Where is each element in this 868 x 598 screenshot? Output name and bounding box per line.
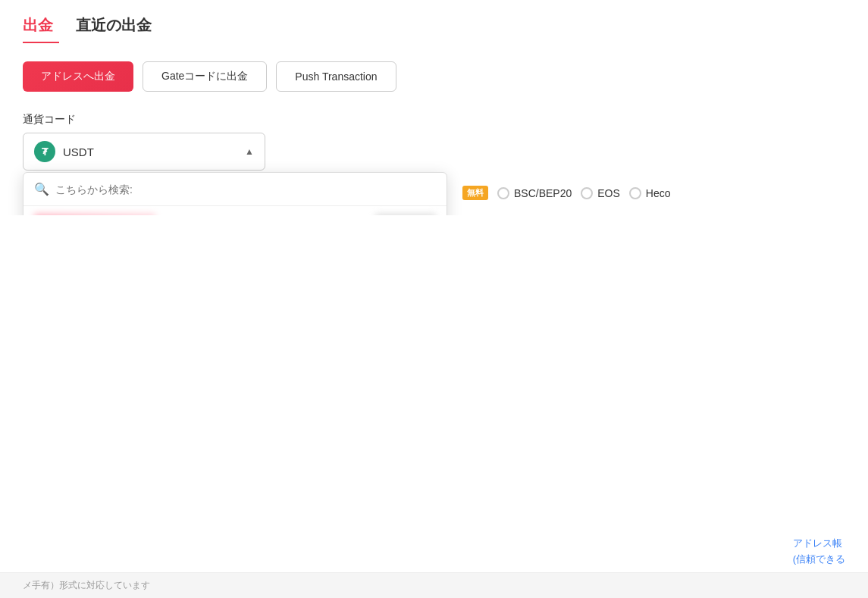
gate-code-button[interactable]: Gateコードに出金 [143, 61, 267, 92]
network-row: 無料 BSC/BEP20 EOS Heco [462, 186, 845, 200]
chevron-up-icon: ▲ [245, 146, 254, 157]
tab-withdrawal[interactable]: 出金 [23, 15, 53, 36]
header-divider [23, 42, 59, 43]
radio-bsc[interactable] [497, 187, 509, 199]
search-input[interactable] [55, 183, 436, 196]
push-transaction-button[interactable]: Push Transaction [276, 61, 396, 92]
network-option-heco[interactable]: Heco [629, 187, 671, 199]
currency-selected-name: USDT [63, 146, 237, 158]
radio-eos[interactable] [581, 187, 593, 199]
network-label-bsc: BSC/BEP20 [514, 187, 572, 199]
search-box: 🔍 [24, 173, 447, 206]
currency-icon: ₮ [34, 141, 55, 162]
network-label-eos: EOS [597, 187, 620, 199]
radio-heco[interactable] [629, 187, 641, 199]
page-header: 出金 直近の出金 [23, 15, 845, 36]
blurred-row-1 [24, 206, 447, 215]
network-option-bsc[interactable]: BSC/BEP20 [497, 187, 572, 199]
free-badge: 無料 [462, 186, 488, 200]
address-withdraw-button[interactable]: アドレスへ出金 [23, 61, 133, 92]
currency-label: 通貨コード [23, 113, 845, 127]
tab-recent[interactable]: 直近の出金 [76, 15, 152, 36]
currency-select-wrapper: ₮ USDT ▲ 🔍 A ASTR [23, 133, 265, 171]
action-buttons: アドレスへ出金 Gateコードに出金 Push Transaction [23, 61, 845, 92]
currency-dropdown: 🔍 A ASTR Astar Token 1521.022000 [23, 172, 447, 215]
search-icon: 🔍 [34, 182, 49, 196]
network-label-heco: Heco [646, 187, 671, 199]
dropdown-list: A ASTR Astar Token 1521.022000 ? [24, 206, 447, 215]
network-option-eos[interactable]: EOS [581, 187, 620, 199]
currency-select-box[interactable]: ₮ USDT ▲ [23, 133, 265, 171]
